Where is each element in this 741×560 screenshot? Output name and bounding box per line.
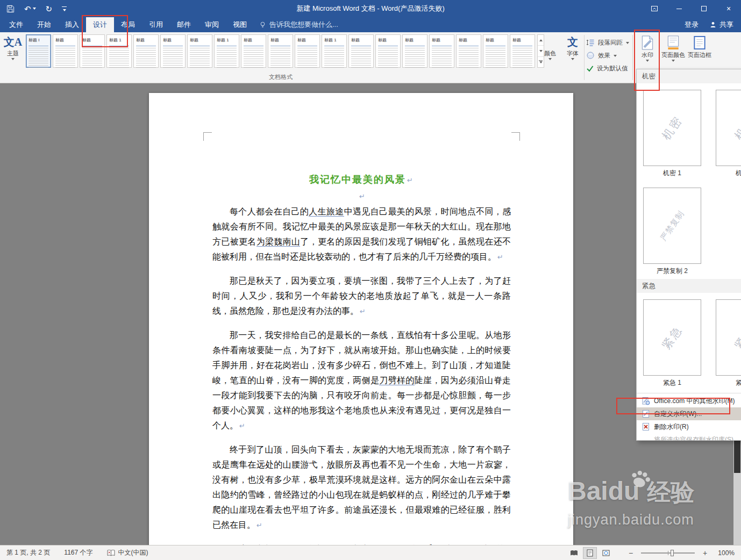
style-set-heading: 标题 (55, 37, 75, 43)
style-set-card[interactable]: 标题 (483, 34, 508, 68)
style-set-subheading (405, 44, 425, 46)
watermark-preview[interactable]: 机密 (643, 90, 701, 166)
watermark-preview[interactable]: 严禁复制 (643, 188, 701, 264)
menu-icon-spacer (642, 435, 650, 441)
tab-review[interactable]: 审阅 (198, 17, 226, 32)
style-set-heading: 标题 (405, 37, 425, 43)
style-set-card[interactable]: 标题 (187, 34, 212, 68)
style-set-card[interactable]: 标题 (348, 34, 374, 68)
scrollbar-thumb[interactable] (734, 441, 740, 473)
page-number-indicator[interactable]: 第 1 页, 共 2 页 (6, 548, 50, 557)
print-layout-button[interactable] (583, 547, 597, 559)
watermark-preset[interactable]: 紧急紧急 2 (716, 299, 741, 387)
page-borders-button[interactable]: 页面边框 (687, 34, 712, 59)
tab-view[interactable]: 视图 (226, 17, 254, 32)
set-as-default-button[interactable]: 设为默认值 (586, 62, 628, 74)
undo-dropdown-caret-icon[interactable] (33, 8, 36, 10)
undo-icon[interactable]: ↶ (24, 5, 36, 13)
menu-item-remove-watermark[interactable]: 删除水印(R) (637, 420, 741, 433)
style-set-card[interactable]: 标题 1 (322, 34, 347, 68)
style-set-card[interactable]: 标题 (268, 34, 293, 68)
paragraph-spacing-icon (586, 38, 595, 47)
style-set-subheading (324, 44, 344, 46)
save-icon[interactable] (6, 5, 15, 13)
zoom-slider[interactable] (641, 552, 695, 554)
language-indicator[interactable]: 中文(中国) (107, 548, 148, 557)
close-button[interactable]: × (716, 0, 741, 17)
proofing-book-icon (107, 550, 115, 556)
themes-icon: 文A (4, 35, 22, 48)
watermark-section-header: 机密 (637, 69, 741, 83)
style-set-card[interactable]: 标题 (510, 34, 535, 68)
effects-button[interactable]: 效果 (586, 49, 617, 61)
style-set-card[interactable]: 标题 (80, 34, 105, 68)
web-layout-button[interactable] (599, 547, 613, 559)
style-set-heading: 标题 (270, 37, 290, 43)
tab-insert[interactable]: 插入 (58, 17, 86, 32)
fonts-button[interactable]: 文 字体 (562, 34, 583, 60)
menu-item-save-to-gallery: 将所选内容保存到水印库(S)... (637, 433, 741, 441)
style-set-card[interactable]: 标题 1 (106, 34, 132, 68)
watermark-preset-label: 紧急 2 (716, 378, 741, 387)
style-set-card[interactable]: 标题 (375, 34, 401, 68)
style-set-heading: 标题 (512, 37, 532, 43)
minimize-button[interactable] (667, 0, 692, 17)
style-set-heading: 标题 (136, 37, 156, 43)
ribbon-display-options-icon[interactable] (642, 0, 667, 17)
colors-button[interactable]: 颜色 (539, 34, 561, 60)
style-set-card[interactable]: 标题 (429, 34, 454, 68)
style-set-preview-lines (163, 48, 183, 68)
watermark-preview[interactable]: 机密 (716, 90, 741, 166)
group-label-document-formatting: 文档格式 (26, 73, 536, 81)
tab-references[interactable]: 引用 (142, 17, 170, 32)
document-page[interactable]: 我记忆中最美的风景↵ ↵ 每个人都会在自己的人生旅途中遇见自己最美的风景，时间地… (149, 93, 573, 545)
maximize-button[interactable] (692, 0, 716, 17)
tab-mailings[interactable]: 邮件 (170, 17, 198, 32)
style-set-card[interactable]: 标题 I (26, 34, 51, 68)
tab-layout[interactable]: 布局 (114, 17, 142, 32)
menu-item-custom-watermark[interactable]: 自定义水印(W)... (637, 407, 741, 420)
watermark-preset[interactable]: 严禁复制严禁复制 2 (643, 188, 701, 276)
watermark-preset[interactable]: 机密机密 1 (643, 90, 701, 178)
style-set-card[interactable]: 标题 (295, 34, 320, 68)
zoom-out-button[interactable]: − (626, 549, 636, 557)
style-set-card[interactable]: 标题 (402, 34, 428, 68)
tell-me-box[interactable]: 告诉我您想要做什么... (259, 17, 338, 32)
page-color-button[interactable]: 页面颜色 (661, 34, 686, 62)
style-set-card[interactable]: 标题 (53, 34, 78, 68)
style-set-card[interactable]: 标题 (456, 34, 481, 68)
read-mode-button[interactable] (567, 547, 581, 559)
tab-home[interactable]: 开始 (30, 17, 58, 32)
tab-file[interactable]: 文件 (2, 17, 30, 32)
style-set-card[interactable]: 标题 (133, 34, 159, 68)
watermark-preset[interactable]: 紧急紧急 1 (643, 299, 701, 387)
watermark-button[interactable]: 水印 (635, 34, 660, 62)
style-set-heading: 标题 (244, 37, 263, 43)
sign-in-button[interactable]: 登录 (685, 20, 699, 30)
web-layout-icon (602, 550, 610, 556)
word-count-indicator[interactable]: 1167 个字 (64, 548, 92, 557)
style-set-subheading (163, 44, 183, 46)
delete-watermark-icon (642, 422, 650, 431)
menu-item-office-watermarks[interactable]: Office.com 中的其他水印(M) (637, 394, 741, 407)
style-set-card[interactable]: 标题 (160, 34, 186, 68)
style-set-heading: 标题 (459, 37, 479, 43)
themes-button[interactable]: 文A 主题 (2, 34, 24, 60)
paragraph-mark-icon: ↵ (360, 307, 366, 315)
style-set-subheading (297, 44, 317, 46)
proofing-underlined-text: 为梁魏南山 (256, 237, 301, 247)
watermark-preview[interactable]: 紧急 (643, 299, 701, 376)
paragraph-spacing-button[interactable]: 段落间距 (586, 37, 629, 48)
style-set-card[interactable]: 标题 1 (214, 34, 239, 68)
style-set-card[interactable]: 标题 (241, 34, 266, 68)
redo-icon[interactable]: ↻ (46, 5, 53, 13)
watermark-preset[interactable]: 机密机密 2 (716, 90, 741, 178)
style-set-subheading (244, 44, 263, 46)
share-button[interactable]: 共享 (709, 20, 733, 30)
tab-design[interactable]: 设计 (86, 17, 114, 32)
zoom-level[interactable]: 100% (715, 549, 735, 557)
zoom-in-button[interactable]: + (700, 549, 710, 557)
zoom-slider-thumb[interactable] (671, 550, 674, 556)
watermark-preview[interactable]: 紧急 (716, 299, 741, 376)
customize-quick-access-icon[interactable] (62, 6, 67, 11)
